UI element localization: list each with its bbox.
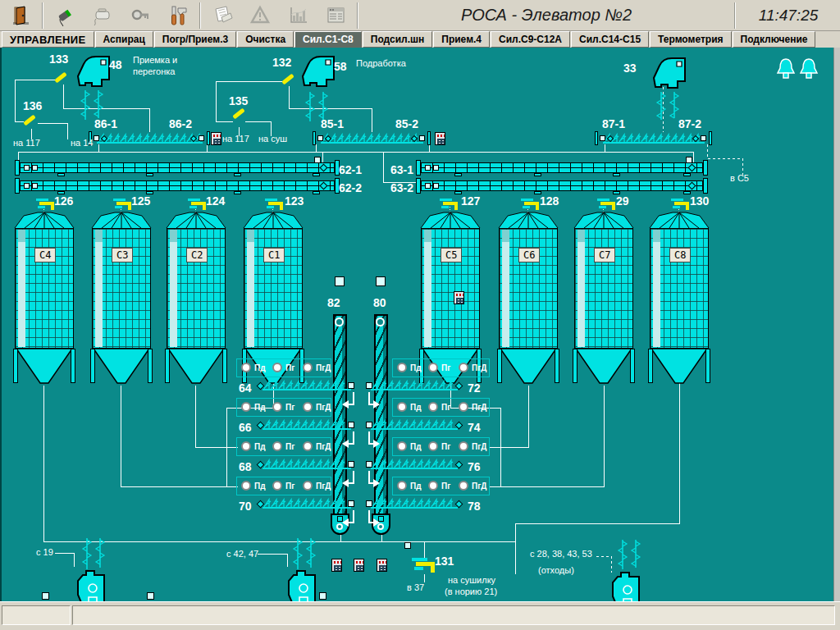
tab-1[interactable]: Аспирац <box>95 31 153 48</box>
tab-5[interactable]: Подсил.шн <box>363 31 433 48</box>
receiver-waste[interactable] <box>611 572 642 601</box>
silo-valve-130[interactable] <box>671 199 691 210</box>
silo-c7[interactable]: C7 <box>574 212 633 386</box>
mode-radio[interactable] <box>397 481 407 491</box>
connector-square <box>24 165 30 171</box>
noria-82[interactable] <box>333 314 347 515</box>
silo-c4[interactable]: C4 <box>15 212 74 386</box>
gate-part <box>521 199 533 201</box>
chart-button[interactable] <box>279 2 317 30</box>
tab-10[interactable]: Подключение <box>733 31 816 48</box>
silo-label: C3 <box>112 248 133 262</box>
silo-valve-126[interactable] <box>36 199 56 210</box>
silo-valve-124[interactable] <box>188 199 208 210</box>
report-button[interactable] <box>203 2 241 30</box>
mode-radio[interactable] <box>459 402 468 412</box>
silo-label: C6 <box>518 248 540 262</box>
silo-valve-128[interactable] <box>521 199 541 210</box>
mode-radio[interactable] <box>272 402 282 412</box>
cable-button[interactable] <box>84 2 121 30</box>
tab-6[interactable]: Прием.4 <box>433 31 490 48</box>
gate-valve-131[interactable] <box>412 558 436 573</box>
tab-3[interactable]: Очистка <box>237 31 294 48</box>
mode-radio[interactable] <box>272 441 282 451</box>
silo-valve-127[interactable] <box>440 199 459 210</box>
mode-radio[interactable] <box>428 481 438 491</box>
mode-radio[interactable] <box>303 481 313 491</box>
conveyor-foot <box>683 173 691 176</box>
mode-radio[interactable] <box>303 402 313 412</box>
mode-radio[interactable] <box>241 481 251 491</box>
mode-radio[interactable] <box>397 441 407 451</box>
mode-radio[interactable] <box>397 402 407 412</box>
screw-conveyor-64[interactable] <box>262 380 351 391</box>
slide-valve-136[interactable] <box>23 115 36 126</box>
silo-roof <box>167 212 226 228</box>
silo-valve-29[interactable] <box>597 199 617 210</box>
key-button[interactable] <box>121 2 159 30</box>
warning-button[interactable] <box>241 2 279 30</box>
cyclone-48[interactable] <box>77 54 112 90</box>
tab-2[interactable]: Погр/Прием.3 <box>154 31 236 48</box>
status-cell-right <box>72 605 835 625</box>
mode-radio[interactable] <box>428 363 438 372</box>
alarm-bell-icon[interactable] <box>799 57 819 80</box>
counter-icon <box>211 132 221 145</box>
exit-door-button[interactable] <box>2 2 39 30</box>
mode-radio[interactable] <box>303 363 313 372</box>
mode-radio[interactable] <box>459 441 468 451</box>
screw-conveyor-66[interactable] <box>262 419 351 431</box>
tab-7[interactable]: Сил.С9-С12А <box>491 31 570 48</box>
counter-icon <box>354 559 364 572</box>
chain-conveyor-63-2[interactable] <box>421 180 703 191</box>
silo-c8[interactable]: C8 <box>650 212 709 386</box>
silo-valve-123[interactable] <box>265 199 285 210</box>
mode-label: Пд <box>410 403 422 412</box>
slide-valve-132[interactable] <box>281 74 294 85</box>
mode-radio[interactable] <box>241 441 251 451</box>
chain-conveyor-63-1[interactable] <box>421 162 703 173</box>
silo-body <box>574 228 633 349</box>
screw-conveyor-86[interactable] <box>97 133 203 144</box>
mode-radio[interactable] <box>397 363 407 372</box>
alarm-bell-icon[interactable] <box>776 57 796 80</box>
screw-conveyor-68[interactable] <box>262 459 351 470</box>
mode-radio[interactable] <box>459 363 468 372</box>
tools-button[interactable] <box>159 2 197 30</box>
silo-c2[interactable]: C2 <box>167 212 226 386</box>
silo-c6[interactable]: C6 <box>499 212 558 386</box>
chain-conveyor-62-2[interactable] <box>20 180 335 191</box>
mode-radio[interactable] <box>272 363 282 372</box>
screw-conveyor-72[interactable] <box>371 380 458 391</box>
chain-conveyor-62-1[interactable] <box>20 162 335 173</box>
mode-radio[interactable] <box>428 441 438 451</box>
slide-valve-135[interactable] <box>232 108 245 120</box>
tab-0[interactable]: УПРАВЛЕНИЕ <box>2 31 94 48</box>
noria-80[interactable] <box>374 314 388 515</box>
journal-button[interactable] <box>317 2 354 30</box>
screw-conveyor-78[interactable] <box>371 498 458 509</box>
receiver-from-19[interactable] <box>76 570 107 601</box>
cyclone-58[interactable] <box>302 54 336 90</box>
receiver-from-42-47[interactable] <box>287 570 318 601</box>
screw-conveyor-74[interactable] <box>371 419 458 431</box>
mode-radio[interactable] <box>241 363 251 372</box>
tab-8[interactable]: Сил.С14-С15 <box>571 31 649 48</box>
silo-c3[interactable]: C3 <box>92 212 151 386</box>
screw-conveyor-87[interactable] <box>603 133 705 144</box>
mode-radio[interactable] <box>303 441 313 451</box>
tab-sil-c1-c8[interactable]: Сил.С1-С8 <box>294 31 362 48</box>
screw-conveyor-70[interactable] <box>262 498 351 509</box>
tab-9[interactable]: Термометрия <box>650 31 731 48</box>
slide-valve-133[interactable] <box>54 72 67 84</box>
mode-radio[interactable] <box>428 402 438 412</box>
mode-radio[interactable] <box>272 481 282 491</box>
screw-conveyor-85[interactable] <box>321 133 423 144</box>
mode-radio[interactable] <box>459 481 468 491</box>
plug-button[interactable] <box>46 2 84 30</box>
mode-radio[interactable] <box>241 402 251 412</box>
cyclone-33[interactable] <box>653 56 687 92</box>
silo-leg <box>71 349 75 383</box>
screw-conveyor-76[interactable] <box>371 459 458 470</box>
silo-valve-125[interactable] <box>113 199 133 210</box>
